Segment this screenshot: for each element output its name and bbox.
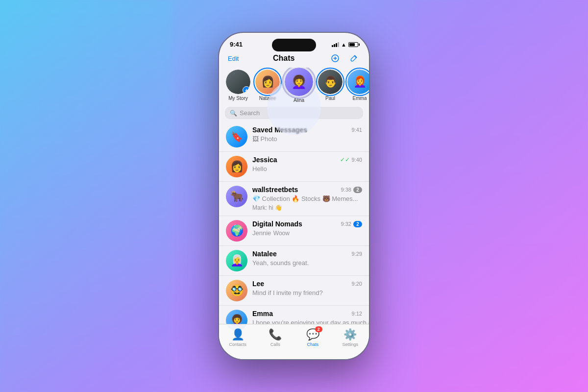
stories-row: + My Story 👩 Natalee 👩‍🦱 Alina 👨 Paul [219,68,369,107]
saved-messages-top: Saved Messages 9:41 [252,126,362,134]
story-label-paul: Paul [325,96,335,101]
jessica-time: 9:40 [352,157,362,163]
lee-preview: Mind if I invite my friend? [252,289,323,296]
chats-header: Edit Chats [219,50,369,68]
bg-right-panel [416,0,588,392]
header-title: Chats [273,54,294,63]
story-avatar-natalee: 👩 [255,70,280,94]
chat-item-lee[interactable]: 🥸 Lee 9:20 Mind if I invite my friend? [219,276,369,306]
chat-item-wsb[interactable]: 🐂 wallstreetbets 9:38 2 💎 Collection 🔥 S… [219,182,369,216]
signal-icon [332,42,339,47]
lee-avatar: 🥸 [226,280,247,301]
chat-item-natalee[interactable]: 👩‍🦳 Natalee 9:29 Yeah, sounds great. [219,246,369,276]
story-label-alina: Alina [294,98,304,103]
chat-item-saved-messages[interactable]: 🔖 Saved Messages 9:41 🖼 Photo [219,122,369,152]
wsb-name: wallstreetbets [252,186,298,194]
jessica-preview: Hello [252,165,267,172]
digital-nomads-time: 9:32 [341,221,351,227]
wsb-top: wallstreetbets 9:38 2 [252,186,362,194]
digital-nomads-content: Digital Nomads 9:32 2 Jennie Woow [252,220,362,237]
emma-time: 9:12 [352,311,362,317]
story-avatar-paul: 👨 [318,70,343,94]
tab-calls-label: Calls [270,342,280,347]
jessica-content: Jessica ✓✓ 9:40 Hello [252,156,362,173]
natalee-content: Natalee 9:29 Yeah, sounds great. [252,250,362,267]
tab-chats[interactable]: 💬 2 Chats [297,328,329,347]
search-placeholder: Search [240,109,260,117]
settings-icon: ⚙️ [343,328,357,341]
tab-chats-label: Chats [307,342,318,347]
compose-button[interactable] [347,52,360,65]
read-check-icon: ✓✓ [340,156,350,163]
phone-frame: 9:41 ▲ Edit Chats [218,32,370,360]
tab-settings-label: Settings [342,342,358,347]
wsb-sub-preview: Mark: hi 👋 [252,204,282,211]
chat-item-jessica[interactable]: 👩 Jessica ✓✓ 9:40 Hello [219,152,369,182]
story-avatar-alina: 👩‍🦱 [285,68,313,96]
story-avatar-emma: 👩‍🦰 [347,70,369,94]
story-label-emma: Emma [353,96,367,101]
tab-settings[interactable]: ⚙️ Settings [334,328,366,347]
search-icon: 🔍 [230,110,237,117]
edit-button[interactable]: Edit [228,55,239,62]
saved-messages-avatar: 🔖 [226,126,247,147]
saved-messages-name: Saved Messages [252,126,307,134]
digital-nomads-top: Digital Nomads 9:32 2 [252,220,362,228]
lee-name: Lee [252,280,264,288]
chat-list: 🔖 Saved Messages 9:41 🖼 Photo 👩 Jessica … [219,122,369,336]
natalee-time: 9:29 [352,251,362,257]
digital-nomads-badge: 2 [353,221,362,227]
story-item-alina[interactable]: 👩‍🦱 Alina [285,70,313,103]
story-item-paul[interactable]: 👨 Paul [318,70,343,103]
new-group-button[interactable] [329,52,342,65]
chats-badge: 2 [315,326,322,332]
story-item-emma[interactable]: 👩‍🦰 Emma [347,70,369,103]
wsb-avatar: 🐂 [226,186,247,207]
jessica-name: Jessica [252,156,277,164]
emma-top: Emma 9:12 [252,310,362,318]
contacts-icon: 👤 [231,328,245,341]
lee-top: Lee 9:20 [252,280,362,288]
chats-icon: 💬 2 [306,328,319,341]
saved-messages-time: 9:41 [352,127,362,133]
status-time: 9:41 [230,41,243,48]
bg-left-panel [0,0,172,392]
chat-item-digital-nomads[interactable]: 🌍 Digital Nomads 9:32 2 Jennie Woow [219,216,369,246]
tab-bar: 👤 Contacts 📞 Calls 💬 2 Chats ⚙️ Settings [219,324,369,359]
story-label-natalee: Natalee [259,96,276,101]
wifi-icon: ▲ [341,42,346,48]
natalee-avatar: 👩‍🦳 [226,250,247,271]
emma-name: Emma [252,310,273,318]
tab-contacts-label: Contacts [229,342,246,347]
jessica-avatar: 👩 [226,156,247,177]
natalee-preview: Yeah, sounds great. [252,259,309,267]
lee-content: Lee 9:20 Mind if I invite my friend? [252,280,362,297]
digital-nomads-name: Digital Nomads [252,220,302,228]
digital-nomads-sub-preview: Woow [273,230,290,237]
digital-nomads-sender: Jennie [252,229,271,237]
tab-contacts[interactable]: 👤 Contacts [222,328,254,347]
story-item-natalee[interactable]: 👩 Natalee [255,70,280,103]
my-story-avatar: + [226,70,250,94]
battery-icon [348,42,358,47]
wsb-badge: 2 [353,187,362,193]
add-story-icon: + [243,86,250,94]
natalee-name: Natalee [252,250,277,258]
story-item-my-story[interactable]: + My Story [226,70,250,103]
lee-time: 9:20 [352,281,362,287]
tab-calls[interactable]: 📞 Calls [259,328,291,347]
saved-messages-preview: 🖼 Photo [252,135,277,143]
natalee-top: Natalee 9:29 [252,250,362,258]
wsb-time: 9:38 [341,187,351,193]
wsb-content: wallstreetbets 9:38 2 💎 Collection 🔥 Sto… [252,186,362,212]
jessica-top: Jessica ✓✓ 9:40 [252,156,362,164]
calls-icon: 📞 [269,328,282,341]
digital-nomads-avatar: 🌍 [226,220,247,242]
header-right [329,52,360,65]
search-bar[interactable]: 🔍 Search [225,107,363,119]
saved-messages-content: Saved Messages 9:41 🖼 Photo [252,126,362,143]
story-label-my-story: My Story [228,96,247,101]
status-icons: ▲ [332,42,358,48]
header-left: Edit [228,55,239,62]
wsb-preview: 💎 Collection 🔥 Stocks 🐻 Memes... [252,195,358,202]
